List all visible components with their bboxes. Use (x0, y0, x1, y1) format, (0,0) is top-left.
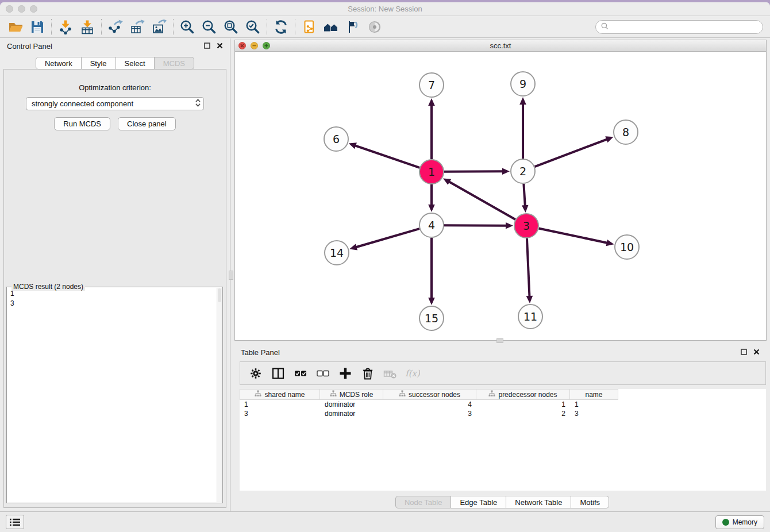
svg-text:6: 6 (333, 133, 340, 145)
table-panel: Table Panel f(x) shared nameMCDS rolesuc… (234, 345, 770, 511)
column-header-name[interactable]: name (570, 389, 618, 400)
table-cell[interactable]: 3 (570, 409, 618, 418)
delete-row-icon[interactable] (357, 364, 378, 383)
network-canvas[interactable]: 1234678910111415 (235, 52, 766, 340)
close-window-button[interactable] (6, 5, 13, 13)
graph-node-2[interactable]: 2 (511, 159, 535, 183)
column-view-icon[interactable] (268, 364, 288, 383)
column-header-shared-name[interactable]: shared name (240, 389, 320, 400)
tab-edge-table[interactable]: Edge Table (451, 496, 506, 508)
graph-node-11[interactable]: 11 (518, 304, 542, 329)
float-table-panel-icon[interactable] (741, 348, 747, 357)
function-builder-icon[interactable]: f(x) (402, 364, 423, 383)
svg-text:14: 14 (330, 246, 344, 259)
vertical-splitter-handle[interactable] (229, 271, 233, 280)
svg-text:4: 4 (428, 219, 435, 232)
column-header-MCDS-role[interactable]: MCDS role (320, 389, 383, 400)
network-maximize-button[interactable] (263, 42, 270, 49)
task-history-button[interactable] (6, 515, 24, 529)
float-panel-icon[interactable] (204, 42, 210, 51)
export-image-icon[interactable] (148, 18, 170, 36)
tab-mcds[interactable]: MCDS (155, 57, 194, 70)
toolbar-separator (295, 19, 295, 35)
close-table-panel-icon[interactable] (753, 348, 760, 357)
column-header-predecessor-nodes[interactable]: predecessor nodes (476, 389, 570, 400)
table-cell[interactable]: 3 (383, 409, 476, 418)
table-cell[interactable]: 1 (570, 400, 618, 409)
graph-node-1[interactable]: 1 (419, 160, 444, 184)
network-close-button[interactable] (238, 42, 246, 49)
tab-network-table[interactable]: Network Table (506, 496, 571, 508)
memory-button[interactable]: Memory (715, 515, 764, 529)
horizontal-splitter-handle[interactable] (496, 338, 503, 343)
window-controls[interactable] (6, 5, 37, 13)
zoom-in-icon[interactable] (176, 18, 198, 36)
zoom-out-icon[interactable] (198, 18, 220, 36)
show-all-icon[interactable] (364, 18, 386, 36)
search-box[interactable] (595, 20, 763, 34)
table-cell[interactable]: 1 (240, 400, 320, 409)
delete-table-icon[interactable] (380, 364, 401, 383)
graph-node-4[interactable]: 4 (419, 213, 444, 237)
first-neighbors-icon[interactable] (320, 18, 342, 36)
table-cell[interactable]: 1 (476, 400, 570, 409)
tab-node-table[interactable]: Node Table (395, 496, 452, 508)
table-panel-title: Table Panel (241, 348, 280, 357)
import-network-icon[interactable] (55, 18, 76, 36)
open-file-icon[interactable] (5, 18, 26, 36)
zoom-selected-icon[interactable] (242, 18, 264, 36)
tab-select[interactable]: Select (116, 57, 155, 70)
export-network-icon[interactable] (105, 18, 126, 36)
new-network-from-selection-icon[interactable] (298, 18, 320, 36)
control-panel-title: Control Panel (7, 42, 52, 51)
memory-label: Memory (733, 518, 757, 526)
table-row[interactable]: 1dominator411 (240, 400, 766, 409)
select-all-icon[interactable] (290, 364, 311, 383)
search-input[interactable] (611, 21, 763, 33)
network-minimize-button[interactable] (251, 42, 258, 49)
graph-node-6[interactable]: 6 (324, 127, 348, 151)
apply-layout-icon[interactable] (270, 18, 292, 36)
graph-node-7[interactable]: 7 (419, 73, 444, 97)
table-cell[interactable]: 3 (240, 409, 320, 418)
table-row[interactable]: 3dominator323 (240, 409, 766, 418)
graph-node-3[interactable]: 3 (514, 214, 538, 238)
node-table[interactable]: shared nameMCDS rolesuccessor nodesprede… (240, 389, 766, 491)
tab-motifs[interactable]: Motifs (571, 496, 609, 508)
graph-node-14[interactable]: 14 (325, 241, 349, 265)
hide-selected-icon[interactable] (342, 18, 364, 36)
close-panel-icon[interactable] (217, 42, 223, 51)
save-session-icon[interactable] (26, 18, 48, 36)
table-toolbar: f(x) (240, 361, 766, 385)
import-table-icon[interactable] (76, 18, 98, 36)
result-scrollbar[interactable] (217, 288, 222, 502)
control-panel: Control Panel NetworkStyleSelectMCDS Opt… (0, 38, 230, 511)
graph-node-10[interactable]: 10 (615, 235, 639, 259)
control-panel-tabs: NetworkStyleSelectMCDS (0, 57, 230, 70)
graph-node-15[interactable]: 15 (419, 306, 444, 330)
column-header-successor-nodes[interactable]: successor nodes (383, 389, 476, 400)
optimization-criterion-dropdown[interactable]: strongly connected component (26, 97, 204, 110)
toolbar-separator (173, 19, 174, 35)
zoom-fit-icon[interactable] (220, 18, 242, 36)
tab-network[interactable]: Network (36, 57, 82, 70)
network-window-titlebar[interactable]: scc.txt (235, 40, 766, 52)
dropdown-stepper-icon (195, 98, 201, 109)
close-panel-button[interactable]: Close panel (118, 117, 176, 130)
add-row-icon[interactable] (335, 364, 356, 383)
settings-icon[interactable] (245, 364, 266, 383)
deselect-all-icon[interactable] (313, 364, 333, 383)
table-cell[interactable]: 2 (476, 409, 570, 418)
export-table-icon[interactable] (126, 18, 148, 36)
run-mcds-button[interactable]: Run MCDS (54, 117, 110, 130)
minimize-window-button[interactable] (18, 5, 25, 13)
zoom-window-button[interactable] (30, 5, 37, 13)
table-cell[interactable]: 4 (383, 400, 476, 409)
network-view-window: scc.txt 1234678910111415 (234, 40, 767, 341)
tab-style[interactable]: Style (82, 57, 116, 70)
graph-node-9[interactable]: 9 (511, 72, 535, 96)
table-cell[interactable]: dominator (320, 409, 383, 418)
graph-node-8[interactable]: 8 (614, 120, 638, 144)
mcds-result-box: MCDS result (2 nodes) 1 3 (6, 287, 223, 503)
table-cell[interactable]: dominator (320, 400, 383, 409)
